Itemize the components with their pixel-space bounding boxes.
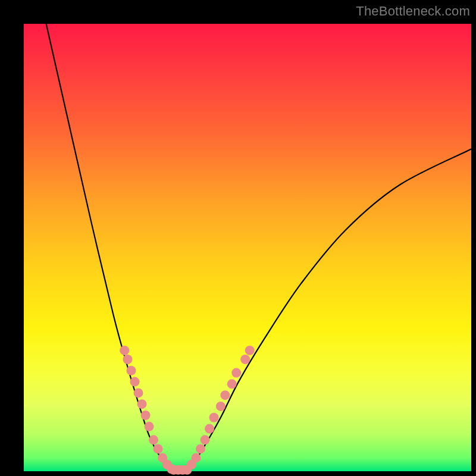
data-point [145,422,154,431]
data-point [123,355,132,364]
data-point [196,444,205,453]
data-point [240,355,250,364]
data-point [220,390,230,400]
data-point [126,366,136,375]
data-point [134,388,143,397]
data-point [120,346,129,355]
data-point [205,424,214,434]
data-point [245,346,255,355]
data-point [149,435,158,444]
data-point [154,444,163,453]
chart-frame: TheBottleneck.com [0,0,476,476]
curve-left-branch [46,24,176,469]
data-point [209,413,219,422]
data-point [137,399,147,409]
data-point [231,368,241,378]
line-series-group [46,24,471,469]
data-point [201,435,210,444]
plot-area [24,24,471,471]
scatter-series-group [120,346,255,475]
chart-svg [24,24,471,471]
curve-right-branch [185,149,471,469]
data-point [192,453,201,462]
data-point [216,402,226,411]
watermark-text: TheBottleneck.com [356,4,470,19]
data-point [141,411,151,420]
data-point [227,379,237,389]
data-point [130,377,139,387]
